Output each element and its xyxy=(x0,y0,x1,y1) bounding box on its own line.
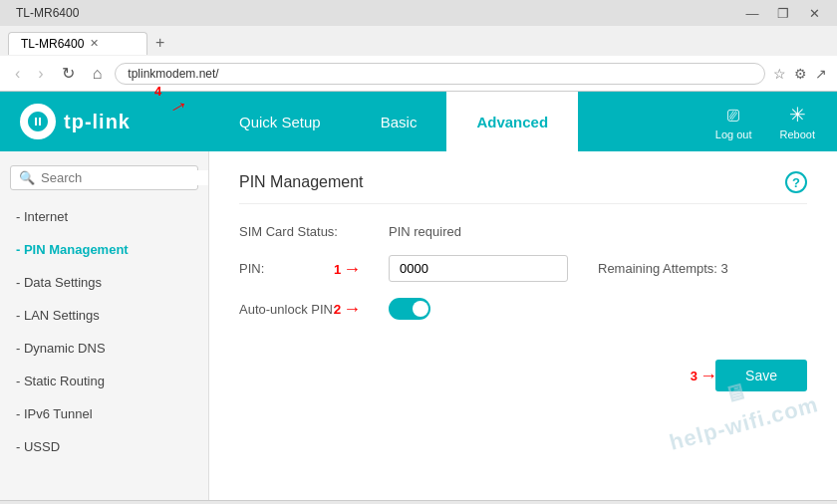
form-section: SIM Card Status: PIN required PIN: 1 → R… xyxy=(239,224,807,320)
save-button-area: 3 → Save xyxy=(239,360,807,391)
pin-row: PIN: 1 → Remaining Attempts: 3 xyxy=(239,255,807,282)
watermark-text: help-wifi.com xyxy=(667,389,822,458)
settings-icon[interactable]: ⚙ xyxy=(794,66,807,82)
pin-label: PIN: xyxy=(239,261,369,276)
app-header: tp-link 4 → Quick Setup Basic Advanced ⎚… xyxy=(0,92,837,151)
bookmark-icon[interactable]: ☆ xyxy=(773,66,786,82)
restore-button[interactable]: ❐ xyxy=(768,3,798,23)
address-bar: ‹ › ↻ ⌂ ☆ ⚙ ↗ xyxy=(0,56,837,92)
sidebar-item-data-settings[interactable]: - Data Settings xyxy=(0,266,208,299)
tab-basic[interactable]: Basic xyxy=(351,92,447,151)
browser-tab[interactable]: TL-MR6400 ✕ xyxy=(8,32,147,55)
header-actions: ⎚ Log out ✳ Reboot xyxy=(694,95,837,148)
sidebar: 🔍 - Internet - PIN Management - Data Set… xyxy=(0,151,209,500)
tab-title: TL-MR6400 xyxy=(21,37,84,51)
auto-unlock-row: Auto-unlock PIN: 2 → xyxy=(239,298,807,320)
share-icon[interactable]: ↗ xyxy=(815,66,827,82)
search-icon: 🔍 xyxy=(19,170,35,185)
auto-unlock-toggle[interactable] xyxy=(389,298,430,320)
search-input[interactable] xyxy=(41,170,208,185)
sidebar-item-pin-management[interactable]: - PIN Management xyxy=(0,233,208,266)
tab-bar: TL-MR6400 ✕ + xyxy=(0,26,837,56)
reboot-icon: ✳ xyxy=(789,103,806,126)
help-icon[interactable]: ? xyxy=(785,171,807,193)
sim-status-row: SIM Card Status: PIN required xyxy=(239,224,807,239)
sidebar-item-lan-settings[interactable]: - LAN Settings xyxy=(0,299,208,332)
panel-title-row: PIN Management ? xyxy=(239,171,807,204)
tab-close-icon[interactable]: ✕ xyxy=(90,37,99,50)
sidebar-item-static-routing[interactable]: - Static Routing xyxy=(0,365,208,397)
back-button[interactable]: ‹ xyxy=(10,63,25,85)
main-panel: 🖥 help-wifi.com PIN Management ? SIM Car… xyxy=(209,151,837,500)
sim-status-label: SIM Card Status: xyxy=(239,224,369,239)
home-button[interactable]: ⌂ xyxy=(88,63,108,85)
logo-text: tp-link xyxy=(64,111,131,133)
logout-button[interactable]: ⎚ Log out xyxy=(703,96,764,148)
sidebar-item-ipv6-tunnel[interactable]: - IPv6 Tunnel xyxy=(0,397,208,430)
pin-input[interactable] xyxy=(389,255,568,282)
annotation-3: 3 → xyxy=(691,366,717,386)
logout-label: Log out xyxy=(715,128,752,140)
content-area: 🔍 - Internet - PIN Management - Data Set… xyxy=(0,151,837,500)
search-box: 🔍 xyxy=(10,165,198,190)
minimize-button[interactable]: — xyxy=(737,3,767,23)
remaining-attempts: Remaining Attempts: 3 xyxy=(598,261,728,276)
sidebar-item-ussd[interactable]: - USSD xyxy=(0,430,208,463)
browser-title-bar: TL-MR6400 — ❐ ✕ xyxy=(0,0,837,26)
app-footer: Firmware Version: 1.1.0.0.9.1 v0001.0 Bu… xyxy=(0,500,837,504)
panel-title-text: PIN Management xyxy=(239,173,364,191)
logo-area: tp-link xyxy=(0,104,209,139)
auto-unlock-label: Auto-unlock PIN: xyxy=(239,302,369,317)
window-controls: — ❐ ✕ xyxy=(737,3,829,23)
toggle-slider xyxy=(389,298,430,320)
forward-button[interactable]: › xyxy=(33,63,48,85)
app-container: tp-link 4 → Quick Setup Basic Advanced ⎚… xyxy=(0,92,837,504)
tab-quick-setup[interactable]: Quick Setup xyxy=(209,92,351,151)
url-input[interactable] xyxy=(115,63,765,85)
save-button[interactable]: Save xyxy=(715,360,807,391)
address-bar-icons: ☆ ⚙ ↗ xyxy=(773,66,827,82)
nav-tabs: Quick Setup Basic Advanced xyxy=(209,92,694,151)
logo-icon xyxy=(20,104,56,139)
logout-icon: ⎚ xyxy=(727,104,739,126)
reboot-button[interactable]: ✳ Reboot xyxy=(768,95,827,148)
sidebar-item-internet[interactable]: - Internet xyxy=(0,200,208,233)
sim-status-value: PIN required xyxy=(389,224,508,239)
title-text: TL-MR6400 xyxy=(8,6,737,20)
tab-advanced[interactable]: Advanced xyxy=(446,92,578,151)
reboot-label: Reboot xyxy=(780,128,815,140)
new-tab-button[interactable]: + xyxy=(147,30,172,56)
sidebar-item-dynamic-dns[interactable]: - Dynamic DNS xyxy=(0,332,208,365)
close-button[interactable]: ✕ xyxy=(799,3,829,23)
refresh-button[interactable]: ↻ xyxy=(57,62,80,85)
tp-link-logo-svg xyxy=(26,110,50,133)
